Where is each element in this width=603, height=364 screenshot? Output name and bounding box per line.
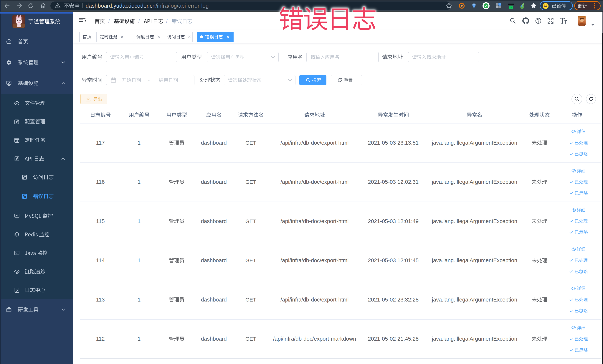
svg-text:on: on: [510, 6, 512, 8]
